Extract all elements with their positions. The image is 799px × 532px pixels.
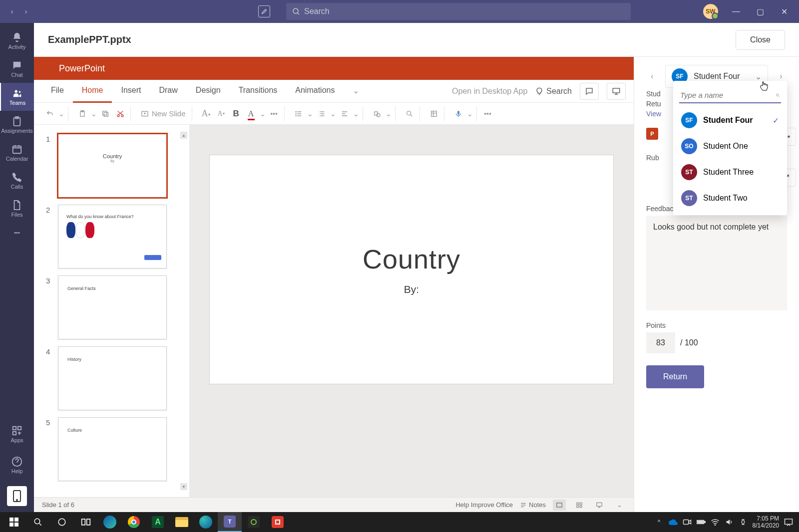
tray-onedrive-icon[interactable] xyxy=(669,518,678,527)
thumb-4[interactable]: History xyxy=(58,346,167,410)
close-window-button[interactable]: ✕ xyxy=(778,5,790,17)
slide-canvas[interactable]: Country By: xyxy=(189,125,634,497)
shapes-dropdown[interactable]: ⌄ xyxy=(385,106,392,121)
tab-insert[interactable]: Insert xyxy=(112,80,150,103)
view-reading[interactable] xyxy=(593,500,606,511)
paste-dropdown[interactable]: ⌄ xyxy=(90,106,97,121)
font-increase[interactable]: A▴ xyxy=(199,106,213,121)
minimize-button[interactable]: — xyxy=(730,5,742,17)
student-option-one[interactable]: SO Student One xyxy=(673,133,787,159)
next-student[interactable]: › xyxy=(775,72,787,81)
tab-file[interactable]: File xyxy=(42,80,73,103)
tray-meetnow-icon[interactable] xyxy=(683,518,692,527)
student-option-three[interactable]: ST Student Three xyxy=(673,159,787,185)
tab-draw[interactable]: Draw xyxy=(150,80,186,103)
bold-button[interactable]: B xyxy=(229,106,243,121)
forward-button[interactable]: › xyxy=(21,6,31,16)
prev-student[interactable]: ‹ xyxy=(646,72,658,81)
taskbar-app-green[interactable]: A xyxy=(146,512,170,532)
tab-more[interactable]: ⌄ xyxy=(344,80,368,103)
taskbar-edge[interactable] xyxy=(194,512,218,532)
rail-activity[interactable]: Activity xyxy=(0,27,34,55)
rail-chat[interactable]: Chat xyxy=(0,55,34,83)
rail-assignments[interactable]: Assignments xyxy=(0,111,34,139)
view-sorter[interactable] xyxy=(573,500,586,511)
tray-battery-icon[interactable] xyxy=(697,518,706,527)
taskbar-teams[interactable]: T xyxy=(218,512,242,532)
taskbar-snagit[interactable] xyxy=(266,512,290,532)
rail-calls[interactable]: Calls xyxy=(0,167,34,195)
start-button[interactable] xyxy=(2,512,26,532)
open-desktop-button[interactable]: Open in Desktop App xyxy=(452,87,527,96)
new-slide-button[interactable]: New Slide xyxy=(138,106,189,121)
tray-overflow[interactable]: ^ xyxy=(655,518,664,527)
compose-icon[interactable] xyxy=(258,5,270,17)
taskbar-chrome[interactable] xyxy=(122,512,146,532)
comments-button[interactable] xyxy=(580,83,599,100)
feedback-input[interactable] xyxy=(646,216,787,310)
student-option-four[interactable]: SF Student Four ✓ xyxy=(673,107,787,133)
paste-button[interactable] xyxy=(75,106,89,121)
designer-button[interactable] xyxy=(427,106,441,121)
bullets-button[interactable] xyxy=(292,106,306,121)
find-button[interactable] xyxy=(402,106,416,121)
align-button[interactable] xyxy=(338,106,352,121)
dictate-button[interactable] xyxy=(451,106,465,121)
tray-connect-icon[interactable] xyxy=(739,518,748,527)
undo-dropdown[interactable]: ⌄ xyxy=(58,106,65,121)
notes-toggle[interactable]: Notes xyxy=(520,501,546,509)
copy-button[interactable] xyxy=(98,106,112,121)
taskbar-search[interactable] xyxy=(26,512,50,532)
user-avatar[interactable]: SW xyxy=(703,4,718,19)
thumb-2[interactable]: What do you know about France? xyxy=(58,205,167,268)
numbering-button[interactable] xyxy=(315,106,329,121)
tray-notifications-icon[interactable] xyxy=(784,518,793,527)
shapes-button[interactable] xyxy=(370,106,384,121)
font-more[interactable]: ••• xyxy=(267,106,281,121)
tab-home[interactable]: Home xyxy=(73,80,112,103)
view-more[interactable]: ⌄ xyxy=(613,500,626,511)
font-color-button[interactable]: A xyxy=(244,106,258,121)
taskbar-camtasia[interactable] xyxy=(242,512,266,532)
tab-animations[interactable]: Animations xyxy=(286,80,344,103)
student-option-two[interactable]: ST Student Two xyxy=(673,185,787,211)
points-input[interactable] xyxy=(646,332,675,353)
thumbs-scroll-up[interactable]: ▲ xyxy=(180,132,187,139)
taskbar-explorer[interactable] xyxy=(170,512,194,532)
rail-calendar[interactable]: Calendar xyxy=(0,139,34,167)
toolbar-overflow[interactable]: ••• xyxy=(481,106,495,121)
undo-button[interactable] xyxy=(43,106,57,121)
taskbar-cortana[interactable] xyxy=(50,512,74,532)
font-decrease[interactable]: A▾ xyxy=(214,106,228,121)
thumb-3[interactable]: General Facts xyxy=(58,275,167,339)
search-box[interactable]: Search xyxy=(286,3,631,20)
thumbs-scroll-down[interactable]: ▼ xyxy=(180,483,187,490)
thumb-1[interactable]: Country By xyxy=(58,134,167,198)
view-normal[interactable] xyxy=(553,500,566,511)
close-button[interactable]: Close xyxy=(736,30,785,50)
maximize-button[interactable]: ▢ xyxy=(754,5,766,17)
dictate-dropdown[interactable]: ⌄ xyxy=(466,106,473,121)
tab-transitions[interactable]: Transitions xyxy=(230,80,287,103)
rail-teams[interactable]: Teams xyxy=(0,83,34,111)
thumb-5[interactable]: Culture xyxy=(58,417,167,481)
taskbar-taskview[interactable] xyxy=(74,512,98,532)
tray-clock[interactable]: 7:05 PM 8/14/2020 xyxy=(753,515,779,530)
tray-volume-icon[interactable] xyxy=(725,518,734,527)
student-search[interactable] xyxy=(679,88,781,103)
tray-wifi-icon[interactable] xyxy=(711,518,720,527)
rail-help[interactable]: Help xyxy=(0,451,34,479)
back-button[interactable]: ‹ xyxy=(7,6,17,16)
tell-me-search[interactable]: Search xyxy=(535,87,572,96)
slide[interactable]: Country By: xyxy=(209,155,614,384)
tab-design[interactable]: Design xyxy=(187,80,230,103)
rail-mobile[interactable] xyxy=(7,486,27,506)
numbering-dropdown[interactable]: ⌄ xyxy=(330,106,337,121)
rail-apps[interactable]: Apps xyxy=(0,420,34,448)
student-search-input[interactable] xyxy=(680,91,776,99)
rail-files[interactable]: Files xyxy=(0,195,34,223)
help-improve-link[interactable]: Help Improve Office xyxy=(455,501,513,509)
cut-button[interactable] xyxy=(113,106,127,121)
return-button[interactable]: Return xyxy=(646,365,704,388)
align-dropdown[interactable]: ⌄ xyxy=(353,106,360,121)
